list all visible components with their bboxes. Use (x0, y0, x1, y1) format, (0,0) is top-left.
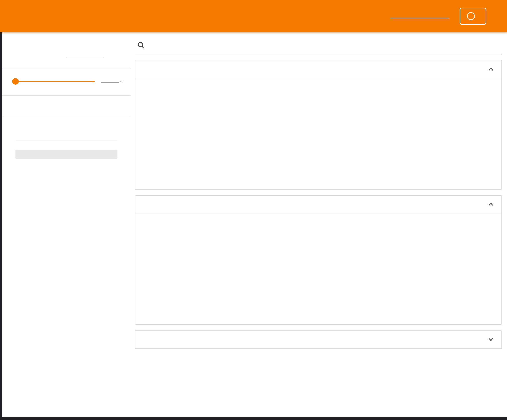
stepper-icon[interactable] (120, 81, 123, 83)
smoothing-slider[interactable] (15, 78, 95, 86)
section-rollout (135, 195, 502, 325)
upload-button[interactable] (460, 8, 486, 25)
settings-sidebar (0, 32, 131, 417)
smoothing-value-input[interactable] (101, 81, 119, 83)
section-header-eval[interactable] (135, 60, 501, 78)
slider-thumb[interactable] (12, 78, 19, 85)
tag-groups (135, 60, 502, 349)
filter-tags-input[interactable] (149, 41, 500, 49)
tooltip-sorting-row (15, 55, 123, 58)
search-icon (137, 41, 145, 49)
filter-tags-bar (135, 38, 502, 54)
content-area (0, 32, 507, 417)
info-icon (467, 12, 475, 20)
section-body-eval (135, 78, 501, 189)
runs-filter-input[interactable] (15, 129, 117, 141)
line-chart-eval-mean-ep-length[interactable] (145, 88, 300, 182)
slider-track[interactable] (15, 81, 95, 82)
chart-rollout-ep-rew-mean (301, 220, 458, 319)
divider (0, 115, 131, 115)
chevron-up-icon[interactable] (487, 200, 495, 208)
line-chart-eval-mean-reward[interactable] (301, 88, 456, 182)
section-body-rollout (135, 213, 501, 324)
line-chart-rollout-ep-rew-mean[interactable] (301, 223, 456, 317)
app-header (0, 0, 507, 32)
left-edge-scrollbar[interactable] (0, 32, 2, 417)
main-content (131, 32, 507, 417)
status-dropdown[interactable] (390, 14, 449, 18)
section-eval (135, 60, 502, 190)
section-header-time[interactable] (135, 331, 501, 348)
smoothing-row (15, 78, 123, 86)
chart-eval-mean-reward (301, 84, 458, 184)
divider (0, 95, 131, 96)
window-bottom-edge (0, 417, 507, 420)
section-header-rollout[interactable] (135, 195, 501, 213)
line-chart-rollout-ep-len-mean[interactable] (145, 223, 300, 317)
chevron-up-icon[interactable] (487, 65, 495, 73)
tooltip-sorting-dropdown[interactable] (66, 55, 104, 58)
chart-rollout-ep-len-mean (145, 220, 301, 319)
slider-fill (15, 81, 95, 82)
section-time (135, 330, 502, 349)
chart-eval-mean-ep-length (145, 84, 301, 184)
chevron-down-icon[interactable] (487, 336, 495, 344)
toggle-all-runs-button[interactable] (15, 150, 117, 159)
